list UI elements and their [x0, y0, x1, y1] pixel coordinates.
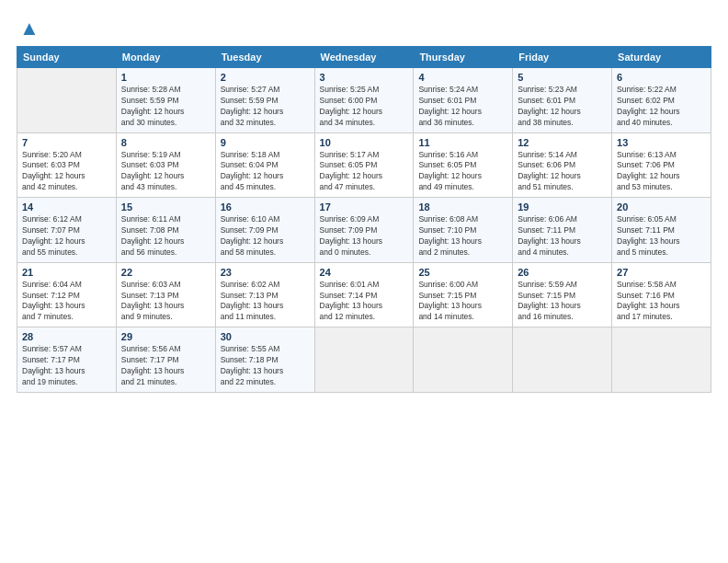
day-info: Sunrise: 5:19 AM Sunset: 6:03 PM Dayligh… [121, 150, 210, 194]
day-number: 22 [121, 267, 210, 278]
col-header-sunday: Sunday [17, 47, 117, 68]
day-info: Sunrise: 6:11 AM Sunset: 7:08 PM Dayligh… [121, 214, 210, 259]
day-info: Sunrise: 6:09 AM Sunset: 7:09 PM Dayligh… [320, 214, 409, 259]
calendar-table: SundayMondayTuesdayWednesdayThursdayFrid… [17, 46, 711, 393]
day-number: 12 [518, 137, 607, 148]
day-info: Sunrise: 5:16 AM Sunset: 6:05 PM Dayligh… [418, 150, 507, 194]
day-number: 4 [418, 72, 507, 83]
week-row-2: 7Sunrise: 5:20 AM Sunset: 6:03 PM Daylig… [17, 132, 711, 198]
day-info: Sunrise: 6:13 AM Sunset: 7:06 PM Dayligh… [617, 150, 706, 194]
day-info: Sunrise: 5:59 AM Sunset: 7:15 PM Dayligh… [518, 280, 607, 324]
col-header-friday: Friday [513, 47, 612, 68]
day-info: Sunrise: 6:05 AM Sunset: 7:11 PM Dayligh… [617, 214, 706, 259]
day-number: 16 [221, 201, 310, 213]
day-info: Sunrise: 5:58 AM Sunset: 7:16 PM Dayligh… [617, 280, 706, 324]
day-cell: 7Sunrise: 5:20 AM Sunset: 6:03 PM Daylig… [17, 132, 117, 198]
day-number: 8 [121, 137, 210, 148]
day-info: Sunrise: 5:57 AM Sunset: 7:17 PM Dayligh… [22, 344, 111, 388]
week-row-4: 21Sunrise: 6:04 AM Sunset: 7:12 PM Dayli… [17, 262, 711, 327]
week-row-5: 28Sunrise: 5:57 AM Sunset: 7:17 PM Dayli… [17, 327, 711, 393]
day-number: 30 [221, 331, 310, 342]
day-number: 2 [221, 72, 310, 83]
day-info: Sunrise: 5:14 AM Sunset: 6:06 PM Dayligh… [518, 150, 607, 194]
day-cell: 16Sunrise: 6:10 AM Sunset: 7:09 PM Dayli… [215, 198, 314, 263]
day-cell: 21Sunrise: 6:04 AM Sunset: 7:12 PM Dayli… [17, 262, 117, 327]
day-info: Sunrise: 6:02 AM Sunset: 7:13 PM Dayligh… [221, 280, 310, 324]
day-info: Sunrise: 5:18 AM Sunset: 6:04 PM Dayligh… [221, 150, 310, 194]
day-cell: 22Sunrise: 6:03 AM Sunset: 7:13 PM Dayli… [116, 262, 215, 327]
day-info: Sunrise: 5:27 AM Sunset: 5:59 PM Dayligh… [221, 85, 310, 129]
day-number: 9 [221, 137, 310, 148]
day-info: Sunrise: 6:03 AM Sunset: 7:13 PM Dayligh… [121, 280, 210, 324]
day-cell: 29Sunrise: 5:56 AM Sunset: 7:17 PM Dayli… [116, 327, 215, 393]
day-number: 7 [22, 137, 111, 148]
day-info: Sunrise: 6:12 AM Sunset: 7:07 PM Dayligh… [22, 214, 111, 259]
day-info: Sunrise: 5:56 AM Sunset: 7:17 PM Dayligh… [121, 344, 210, 388]
day-cell: 8Sunrise: 5:19 AM Sunset: 6:03 PM Daylig… [116, 132, 215, 198]
day-info: Sunrise: 5:23 AM Sunset: 6:01 PM Dayligh… [518, 85, 607, 129]
col-header-thursday: Thursday [414, 47, 513, 68]
day-cell: 25Sunrise: 6:00 AM Sunset: 7:15 PM Dayli… [414, 262, 513, 327]
day-number: 17 [320, 201, 409, 213]
day-info: Sunrise: 5:28 AM Sunset: 5:59 PM Dayligh… [121, 85, 210, 129]
page-header: ▲ [17, 17, 711, 37]
day-cell: 11Sunrise: 5:16 AM Sunset: 6:05 PM Dayli… [414, 132, 513, 198]
day-number: 27 [617, 267, 706, 278]
day-number: 20 [617, 201, 706, 213]
day-info: Sunrise: 5:24 AM Sunset: 6:01 PM Dayligh… [418, 85, 507, 129]
day-cell: 1Sunrise: 5:28 AM Sunset: 5:59 PM Daylig… [116, 68, 215, 133]
day-cell: 23Sunrise: 6:02 AM Sunset: 7:13 PM Dayli… [215, 262, 314, 327]
day-cell: 28Sunrise: 5:57 AM Sunset: 7:17 PM Dayli… [17, 327, 117, 393]
day-info: Sunrise: 6:08 AM Sunset: 7:10 PM Dayligh… [418, 214, 507, 259]
day-number: 15 [121, 201, 210, 213]
day-cell: 4Sunrise: 5:24 AM Sunset: 6:01 PM Daylig… [414, 68, 513, 133]
col-header-monday: Monday [116, 47, 215, 68]
day-cell: 24Sunrise: 6:01 AM Sunset: 7:14 PM Dayli… [314, 262, 414, 327]
day-info: Sunrise: 5:55 AM Sunset: 7:18 PM Dayligh… [221, 344, 310, 388]
day-cell: 14Sunrise: 6:12 AM Sunset: 7:07 PM Dayli… [17, 198, 117, 263]
day-number: 5 [518, 72, 607, 83]
day-cell [314, 327, 414, 393]
day-cell [513, 327, 612, 393]
day-number: 28 [22, 331, 111, 342]
logo: ▲ [17, 17, 40, 37]
day-info: Sunrise: 5:20 AM Sunset: 6:03 PM Dayligh… [22, 150, 111, 194]
day-number: 14 [22, 201, 111, 213]
day-number: 10 [320, 137, 409, 148]
day-info: Sunrise: 5:17 AM Sunset: 6:05 PM Dayligh… [320, 150, 409, 194]
day-number: 19 [518, 201, 607, 213]
calendar-page: ▲ SundayMondayTuesdayWednesdayThursdayFr… [0, 0, 728, 563]
day-cell: 12Sunrise: 5:14 AM Sunset: 6:06 PM Dayli… [513, 132, 612, 198]
day-cell: 10Sunrise: 5:17 AM Sunset: 6:05 PM Dayli… [314, 132, 414, 198]
day-cell: 26Sunrise: 5:59 AM Sunset: 7:15 PM Dayli… [513, 262, 612, 327]
day-number: 23 [221, 267, 310, 278]
day-cell: 2Sunrise: 5:27 AM Sunset: 5:59 PM Daylig… [215, 68, 314, 133]
col-header-saturday: Saturday [612, 47, 711, 68]
day-info: Sunrise: 5:22 AM Sunset: 6:02 PM Dayligh… [617, 85, 706, 129]
day-cell: 17Sunrise: 6:09 AM Sunset: 7:09 PM Dayli… [314, 198, 414, 263]
day-number: 1 [121, 72, 210, 83]
day-cell [612, 327, 711, 393]
day-cell: 13Sunrise: 6:13 AM Sunset: 7:06 PM Dayli… [612, 132, 711, 198]
day-cell: 9Sunrise: 5:18 AM Sunset: 6:04 PM Daylig… [215, 132, 314, 198]
day-number: 11 [418, 137, 507, 148]
day-number: 29 [121, 331, 210, 342]
day-cell: 27Sunrise: 5:58 AM Sunset: 7:16 PM Dayli… [612, 262, 711, 327]
day-cell [17, 68, 117, 133]
day-info: Sunrise: 6:10 AM Sunset: 7:09 PM Dayligh… [221, 214, 310, 259]
day-cell: 19Sunrise: 6:06 AM Sunset: 7:11 PM Dayli… [513, 198, 612, 263]
day-cell: 3Sunrise: 5:25 AM Sunset: 6:00 PM Daylig… [314, 68, 414, 133]
week-row-1: 1Sunrise: 5:28 AM Sunset: 5:59 PM Daylig… [17, 68, 711, 133]
week-row-3: 14Sunrise: 6:12 AM Sunset: 7:07 PM Dayli… [17, 198, 711, 263]
day-number: 25 [418, 267, 507, 278]
col-header-tuesday: Tuesday [215, 47, 314, 68]
day-number: 6 [617, 72, 706, 83]
day-number: 13 [617, 137, 706, 148]
day-number: 24 [320, 267, 409, 278]
day-cell [414, 327, 513, 393]
day-info: Sunrise: 6:06 AM Sunset: 7:11 PM Dayligh… [518, 214, 607, 259]
day-number: 26 [518, 267, 607, 278]
day-info: Sunrise: 6:00 AM Sunset: 7:15 PM Dayligh… [418, 280, 507, 324]
day-info: Sunrise: 5:25 AM Sunset: 6:00 PM Dayligh… [320, 85, 409, 129]
day-cell: 18Sunrise: 6:08 AM Sunset: 7:10 PM Dayli… [414, 198, 513, 263]
